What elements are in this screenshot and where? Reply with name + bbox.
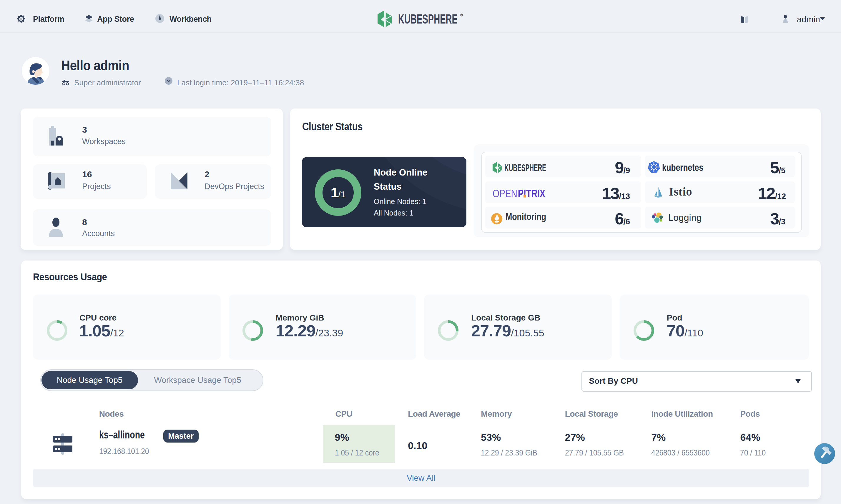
svg-text:KUBESPHERE: KUBESPHERE <box>398 12 458 26</box>
svg-text:KUBESPHERE: KUBESPHERE <box>504 162 546 173</box>
svg-text:kubernetes: kubernetes <box>662 162 703 173</box>
svg-text:P!TRIX: P!TRIX <box>518 187 545 199</box>
svg-text:Monitoring: Monitoring <box>506 212 546 222</box>
svg-text:R: R <box>461 14 462 16</box>
svg-text:OPEN: OPEN <box>493 187 517 199</box>
